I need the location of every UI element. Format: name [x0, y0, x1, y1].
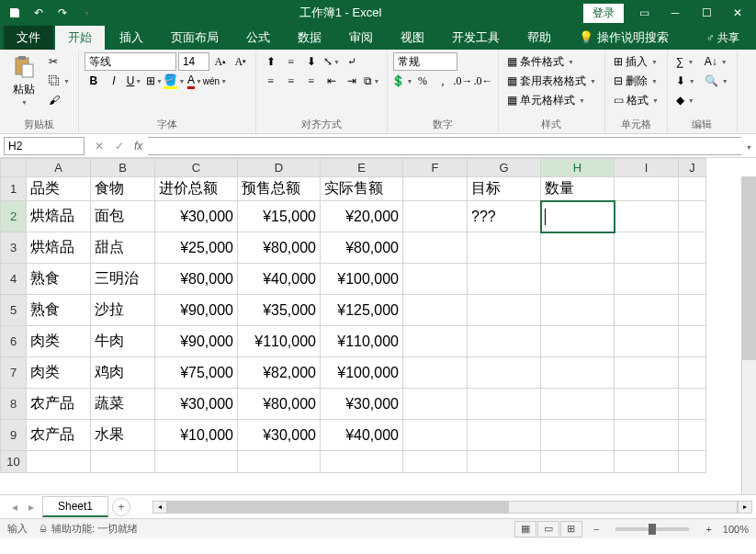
cell[interactable]: 预售总额	[238, 177, 321, 201]
redo-icon[interactable]: ↷	[51, 3, 73, 23]
sort-filter-button[interactable]: A↓▼	[702, 52, 731, 71]
cell[interactable]: ¥10,000	[155, 420, 238, 451]
sheet-nav-prev-icon[interactable]: ◂	[7, 500, 22, 514]
increase-indent-button[interactable]: ⇥	[343, 72, 361, 90]
login-button[interactable]: 登录	[583, 4, 624, 23]
cell[interactable]: ¥90,000	[155, 326, 238, 357]
row-header[interactable]: 9	[1, 420, 27, 451]
cell[interactable]	[155, 451, 238, 473]
zoom-slider[interactable]	[615, 527, 689, 531]
col-header[interactable]: G	[468, 159, 541, 177]
cell[interactable]	[403, 295, 468, 326]
page-break-view-button[interactable]: ⊞	[560, 521, 582, 537]
cell[interactable]	[27, 451, 91, 473]
select-all-corner[interactable]	[1, 159, 27, 177]
border-button[interactable]: ⊞▼	[145, 72, 164, 90]
cell[interactable]: ¥80,000	[238, 232, 321, 264]
cell[interactable]	[541, 389, 615, 420]
increase-decimal-button[interactable]: .0→	[454, 72, 472, 90]
align-right-button[interactable]: ≡	[302, 72, 321, 90]
share-button[interactable]: ♂ 共享	[697, 27, 749, 50]
currency-button[interactable]: 💲▼	[393, 72, 412, 90]
tab-layout[interactable]: 页面布局	[158, 26, 231, 50]
find-select-button[interactable]: 🔍▼	[702, 72, 731, 90]
font-color-button[interactable]: A▼	[186, 72, 204, 90]
cell[interactable]	[541, 420, 615, 451]
cell[interactable]	[403, 177, 468, 201]
undo-icon[interactable]: ↶	[28, 3, 50, 23]
percent-button[interactable]: %	[413, 72, 432, 90]
cell[interactable]	[468, 451, 541, 473]
cell[interactable]	[403, 389, 468, 420]
cell[interactable]	[541, 295, 615, 326]
wrap-text-button[interactable]: ⤶	[343, 52, 361, 71]
cell[interactable]	[679, 295, 706, 326]
cell[interactable]	[403, 264, 468, 295]
cell[interactable]	[468, 232, 541, 264]
cell[interactable]	[615, 232, 679, 264]
cell[interactable]: ¥25,000	[155, 232, 238, 264]
col-header[interactable]: B	[91, 159, 155, 177]
cell[interactable]	[679, 420, 706, 451]
add-sheet-button[interactable]: +	[112, 498, 130, 516]
cell[interactable]: 蔬菜	[91, 389, 155, 420]
paste-button[interactable]: 粘贴▼	[6, 52, 42, 107]
cell[interactable]: ¥30,000	[155, 389, 238, 420]
cell[interactable]	[679, 357, 706, 389]
orientation-button[interactable]: ⤡▼	[322, 52, 341, 71]
maximize-icon[interactable]: ☐	[692, 3, 721, 23]
font-name-combo[interactable]: 等线	[85, 52, 176, 71]
underline-button[interactable]: U▼	[125, 72, 143, 90]
cell[interactable]	[679, 177, 706, 201]
align-left-button[interactable]: ≡	[262, 72, 280, 90]
cell[interactable]	[403, 232, 468, 264]
cell[interactable]	[541, 264, 615, 295]
increase-font-button[interactable]: A▴	[211, 52, 230, 71]
cell[interactable]: ¥30,000	[321, 389, 403, 420]
col-header[interactable]: J	[679, 159, 706, 177]
formula-input[interactable]	[148, 137, 741, 155]
cell[interactable]	[679, 232, 706, 264]
cell[interactable]	[541, 357, 615, 389]
cell[interactable]	[403, 201, 468, 232]
cell[interactable]: ¥82,000	[238, 357, 321, 389]
format-painter-button[interactable]: 🖌	[46, 91, 73, 109]
cell[interactable]	[321, 451, 403, 473]
cell[interactable]	[679, 201, 706, 232]
cell[interactable]	[403, 326, 468, 357]
horizontal-scrollbar[interactable]: ◂ ▸	[152, 501, 752, 514]
sheet-nav-next-icon[interactable]: ▸	[24, 500, 39, 514]
cell[interactable]: ¥20,000	[321, 201, 403, 232]
cell[interactable]: ¥125,000	[321, 295, 403, 326]
fill-color-button[interactable]: 🪣▼	[165, 72, 184, 90]
cell[interactable]	[615, 420, 679, 451]
qat-dropdown-icon[interactable]: ▼	[75, 3, 97, 23]
cell[interactable]	[403, 420, 468, 451]
tab-insert[interactable]: 插入	[107, 26, 156, 50]
cell[interactable]	[403, 451, 468, 473]
autosum-button[interactable]: ∑▼	[673, 52, 698, 71]
zoom-out-button[interactable]: −	[593, 524, 599, 535]
cell[interactable]: 品类	[27, 177, 91, 201]
tellme-search[interactable]: 💡 操作说明搜索	[566, 26, 682, 50]
align-middle-button[interactable]: ≡	[282, 52, 300, 71]
cell[interactable]	[615, 451, 679, 473]
comma-button[interactable]: ,	[434, 72, 452, 90]
cell[interactable]: 水果	[91, 420, 155, 451]
cell[interactable]	[679, 264, 706, 295]
cell[interactable]: ¥100,000	[321, 264, 403, 295]
copy-button[interactable]: ⿻▼	[46, 72, 73, 90]
worksheet-grid[interactable]: ABCDEFGHIJ1品类食物进价总额预售总额实际售额目标数量2烘焙品面包¥30…	[0, 158, 756, 494]
font-size-combo[interactable]: 14	[178, 52, 209, 71]
cell[interactable]	[679, 326, 706, 357]
cell[interactable]: 鸡肉	[91, 357, 155, 389]
row-header[interactable]: 3	[1, 232, 27, 264]
normal-view-button[interactable]: ▦	[514, 521, 536, 537]
row-header[interactable]: 1	[1, 177, 27, 201]
fill-button[interactable]: ⬇▼	[673, 72, 698, 90]
cell[interactable]	[679, 389, 706, 420]
close-icon[interactable]: ✕	[723, 3, 752, 23]
tab-file[interactable]: 文件	[4, 26, 53, 50]
insert-cells-button[interactable]: ⊞插入▼	[611, 52, 661, 71]
col-header[interactable]: C	[155, 159, 238, 177]
